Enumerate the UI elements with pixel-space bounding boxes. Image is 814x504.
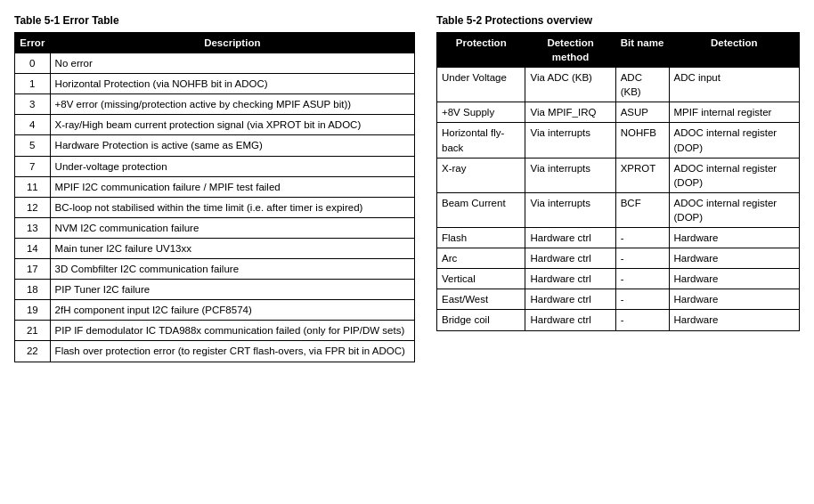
error-code: 3 (15, 94, 51, 115)
bit-name-col-header: Bit name (615, 33, 669, 68)
protection: East/West (437, 289, 525, 310)
table-row: 14Main tuner I2C failure UV13xx (15, 238, 415, 258)
error-description: Horizontal Protection (via NOHFB bit in … (50, 74, 414, 94)
detection: Hardware (669, 228, 799, 248)
protections-table: Protection Detection method Bit name Det… (436, 32, 800, 331)
error-description: Under-voltage protection (50, 156, 414, 176)
error-description: 2fH component input I2C failure (PCF8574… (50, 300, 414, 321)
bit-name: NOHFB (615, 123, 669, 158)
error-code: 22 (15, 341, 51, 362)
detection-method: Hardware ctrl (525, 228, 615, 248)
table-row: 21PIP IF demodulator IC TDA988x communic… (15, 321, 415, 341)
error-code: 5 (15, 135, 51, 156)
left-section: Table 5-1 Error Table Error Description … (14, 14, 415, 362)
table-row: Beam CurrentVia interruptsBCFADOC intern… (437, 192, 800, 227)
detection: Hardware (669, 248, 799, 269)
bit-name: - (615, 248, 669, 269)
detection-method: Via interrupts (525, 123, 615, 158)
error-code: 0 (15, 53, 51, 74)
error-code: 1 (15, 74, 51, 94)
protection: X-ray (437, 158, 525, 192)
table-row: 12BC-loop not stabilised within the time… (15, 197, 415, 217)
bit-name: - (615, 269, 669, 289)
error-description: PIP Tuner I2C failure (50, 280, 414, 300)
protection-col-header: Protection (437, 33, 525, 68)
error-code: 7 (15, 156, 51, 176)
protection: Flash (437, 228, 525, 248)
bit-name: - (615, 310, 669, 330)
detection: Hardware (669, 310, 799, 330)
error-code: 18 (15, 280, 51, 300)
detection-method: Hardware ctrl (525, 289, 615, 310)
detection-method: Via interrupts (525, 192, 615, 227)
table-row: 3+8V error (missing/protection active by… (15, 94, 415, 115)
detection-col-header: Detection (669, 33, 799, 68)
error-description: Main tuner I2C failure UV13xx (50, 238, 414, 258)
table-row: X-rayVia interruptsXPROTADOC internal re… (437, 158, 800, 192)
detection-method: Via interrupts (525, 158, 615, 192)
left-table-title: Table 5-1 Error Table (14, 14, 415, 27)
protection: +8V Supply (437, 102, 525, 123)
table-row: 192fH component input I2C failure (PCF85… (15, 300, 415, 321)
error-description: NVM I2C communication failure (50, 217, 414, 238)
detection-method: Hardware ctrl (525, 310, 615, 330)
table-row: East/WestHardware ctrl-Hardware (437, 289, 800, 310)
table-row: Under VoltageVia ADC (KB)ADC (KB)ADC inp… (437, 68, 800, 102)
detection: ADOC internal register (DOP) (669, 158, 799, 192)
table-row: 4X-ray/High beam current protection sign… (15, 115, 415, 135)
protection: Under Voltage (437, 68, 525, 102)
table-row: ArcHardware ctrl-Hardware (437, 248, 800, 269)
page-layout: Table 5-1 Error Table Error Description … (14, 14, 800, 362)
error-code: 14 (15, 238, 51, 258)
detection-method-col-header: Detection method (525, 33, 615, 68)
table-row: Horizontal fly-backVia interruptsNOHFBAD… (437, 123, 800, 158)
error-description: 3D Combfilter I2C communication failure (50, 259, 414, 280)
table-row: 1Horizontal Protection (via NOHFB bit in… (15, 74, 415, 94)
table-row: 5Hardware Protection is active (same as … (15, 135, 415, 156)
detection: ADOC internal register (DOP) (669, 192, 799, 227)
table-row: VerticalHardware ctrl-Hardware (437, 269, 800, 289)
bit-name: BCF (615, 192, 669, 227)
table-row: +8V SupplyVia MPIF_IRQASUPMPIF internal … (437, 102, 800, 123)
table-row: 22Flash over protection error (to regist… (15, 341, 415, 362)
error-description: MPIF I2C communication failure / MPIF te… (50, 176, 414, 197)
error-code: 17 (15, 259, 51, 280)
error-description: Hardware Protection is active (same as E… (50, 135, 414, 156)
error-description: BC-loop not stabilised within the time l… (50, 197, 414, 217)
right-table-title: Table 5-2 Protections overview (436, 14, 800, 27)
error-code: 21 (15, 321, 51, 341)
error-code: 19 (15, 300, 51, 321)
error-table: Error Description 0No error1Horizontal P… (14, 32, 415, 362)
error-description: PIP IF demodulator IC TDA988x communicat… (50, 321, 414, 341)
error-description: Flash over protection error (to register… (50, 341, 414, 362)
bit-name: ADC (KB) (615, 68, 669, 102)
error-description: X-ray/High beam current protection signa… (50, 115, 414, 135)
bit-name: - (615, 289, 669, 310)
bit-name: ASUP (615, 102, 669, 123)
error-col-header: Error (15, 33, 51, 53)
error-code: 13 (15, 217, 51, 238)
error-code: 4 (15, 115, 51, 135)
detection: MPIF internal register (669, 102, 799, 123)
bit-name: XPROT (615, 158, 669, 192)
protection: Bridge coil (437, 310, 525, 330)
table-row: FlashHardware ctrl-Hardware (437, 228, 800, 248)
error-description: No error (50, 53, 414, 74)
detection: ADC input (669, 68, 799, 102)
bit-name: - (615, 228, 669, 248)
description-col-header: Description (50, 33, 414, 53)
table-row: 173D Combfilter I2C communication failur… (15, 259, 415, 280)
error-code: 12 (15, 197, 51, 217)
right-section: Table 5-2 Protections overview Protectio… (436, 14, 800, 331)
table-row: 11MPIF I2C communication failure / MPIF … (15, 176, 415, 197)
protection: Arc (437, 248, 525, 269)
detection: Hardware (669, 269, 799, 289)
protection: Beam Current (437, 192, 525, 227)
detection-method: Via ADC (KB) (525, 68, 615, 102)
protection: Horizontal fly-back (437, 123, 525, 158)
error-description: +8V error (missing/protection active by … (50, 94, 414, 115)
protection: Vertical (437, 269, 525, 289)
detection-method: Hardware ctrl (525, 248, 615, 269)
error-code: 11 (15, 176, 51, 197)
table-row: 7Under-voltage protection (15, 156, 415, 176)
